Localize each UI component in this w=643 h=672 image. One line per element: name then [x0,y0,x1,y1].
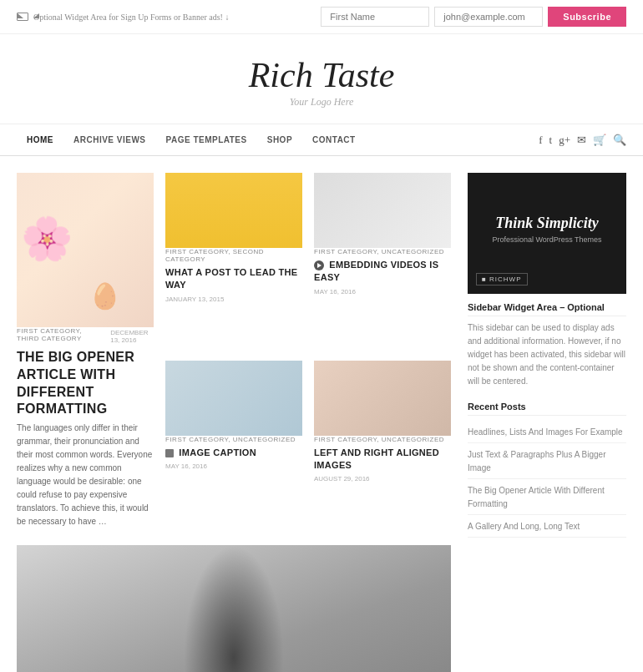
sidebar-ad-brand: ■ RICHWP [476,273,528,285]
grid-post-4-categories: FIRST CATEGORY, UNCATEGORIZED [314,436,451,443]
image-icon [165,449,174,457]
twitter-icon[interactable]: t [549,134,553,147]
subscribe-button[interactable]: Subscribe [548,7,626,27]
list-item: Just Text & Paragraphs Plus A Bigger Ima… [468,443,626,479]
firstname-input[interactable] [321,7,429,27]
grid-post-1-date: JANUARY 13, 2015 [165,296,302,303]
featured-post-image [17,173,154,327]
grid-post-4-image [314,361,451,436]
featured-post-excerpt: The languages only differ in their gramm… [17,422,154,528]
site-header: Rich Taste Your Logo Here [0,34,643,124]
featured-post-date: DECEMBER 13, 2016 [110,329,154,344]
googleplus-icon[interactable]: g+ [559,134,570,147]
nav-contact[interactable]: CONTACT [302,124,366,156]
grid-post-2: FIRST CATEGORY, UNCATEGORIZED EMBEDDING … [314,173,451,349]
sidebar-widget: Sidebar Widget Area – Optional This side… [468,302,626,388]
recent-posts-list: Headlines, Lists And Images For Example … [468,421,626,538]
list-item: A Gallery And Long, Long Text [468,515,626,538]
sidebar: Think Simplicity Professional WordPress … [468,173,626,672]
top-grid: FIRST CATEGORY, THIRD CATEGORY DECEMBER … [17,173,451,528]
nav-archive-views[interactable]: ARCHIVE VIEWS [63,124,156,156]
nav-page-templates[interactable]: PAGE TEMPLATES [156,124,257,156]
grid-post-1: FIRST CATEGORY, SECOND CATEGORY WHAT A P… [165,173,302,349]
sidebar-ad[interactable]: Think Simplicity Professional WordPress … [468,173,626,294]
site-tagline: Your Logo Here [17,96,626,109]
bottom-post-image [17,545,451,672]
recent-post-link-2[interactable]: Just Text & Paragraphs Plus A Bigger Ima… [468,450,605,472]
navigation: HOME ARCHIVE VIEWS PAGE TEMPLATES SHOP C… [0,124,643,156]
grid-post-3-categories: FIRST CATEGORY, UNCATEGORIZED [165,436,302,443]
recent-post-link-3[interactable]: The Big Opener Article With Different Fo… [468,486,605,508]
grid-post-2-date: MAY 16, 2016 [314,288,451,296]
grid-post-3-date: MAY 16, 2016 [165,462,302,470]
search-icon[interactable]: 🔍 [613,134,626,147]
grid-post-1-image [165,173,302,248]
featured-post-categories: FIRST CATEGORY, THIRD CATEGORY [17,327,104,342]
sidebar-ad-subtitle: Professional WordPress Themes [492,235,601,244]
sidebar-ad-title: Think Simplicity [495,215,599,232]
grid-post-1-categories: FIRST CATEGORY, SECOND CATEGORY [165,248,302,263]
nav-home[interactable]: HOME [17,124,63,156]
grid-post-2-image [314,173,451,248]
top-bar-inputs: Subscribe [321,7,626,27]
main-content: FIRST CATEGORY, THIRD CATEGORY DECEMBER … [0,156,643,672]
top-bar-description: Optional Widget Area for Sign Up Forms o… [33,13,229,22]
list-item: Headlines, Lists And Images For Example [468,421,626,443]
email-input[interactable] [434,7,543,27]
bottom-post: FIRST CATEGORY, UNCATEGORIZED MARCH 13, … [17,545,451,672]
email-social-icon[interactable]: ✉ [577,134,586,147]
recent-posts-title: Recent Posts [468,402,626,416]
nav-shop[interactable]: SHOP [257,124,302,156]
list-item: The Big Opener Article With Different Fo… [468,479,626,515]
grid-post-4-title[interactable]: LEFT AND RIGHT ALIGNED IMAGES [314,447,451,472]
sidebar-widget-text: This sidebar can be used to display ads … [468,321,626,388]
grid-post-3-image [165,361,302,436]
cart-icon[interactable]: 🛒 [593,134,606,147]
nav-social: f t g+ ✉ 🛒 🔍 [539,134,626,147]
grid-post-2-title[interactable]: EMBEDDING VIDEOS IS EASY [314,259,451,285]
content-left: FIRST CATEGORY, THIRD CATEGORY DECEMBER … [17,173,451,672]
recent-post-link-1[interactable]: Headlines, Lists And Images For Example [468,427,623,437]
grid-post-3-title[interactable]: IMAGE CAPTION [165,447,302,459]
site-title: Rich Taste [17,58,626,93]
recent-posts-widget: Recent Posts Headlines, Lists And Images… [468,402,626,538]
top-bar: Optional Widget Area for Sign Up Forms o… [0,0,643,34]
grid-post-3: FIRST CATEGORY, UNCATEGORIZED IMAGE CAPT… [165,361,302,529]
email-icon [17,13,28,21]
featured-post: FIRST CATEGORY, THIRD CATEGORY DECEMBER … [17,173,154,528]
sidebar-widget-title: Sidebar Widget Area – Optional [468,302,626,316]
featured-post-title[interactable]: THE BIG OPENER ARTICLE WITH DIFFERENT FO… [17,349,154,418]
grid-post-4-date: AUGUST 29, 2016 [314,475,451,483]
grid-post-2-categories: FIRST CATEGORY, UNCATEGORIZED [314,248,451,255]
top-bar-left: Optional Widget Area for Sign Up Forms o… [17,13,312,22]
nav-links: HOME ARCHIVE VIEWS PAGE TEMPLATES SHOP C… [17,124,539,156]
grid-post-1-title[interactable]: WHAT A POST TO LEAD THE WAY [165,266,302,292]
video-icon [314,260,324,270]
facebook-icon[interactable]: f [539,134,542,147]
recent-post-link-4[interactable]: A Gallery And Long, Long Text [468,522,580,531]
grid-post-4: FIRST CATEGORY, UNCATEGORIZED LEFT AND R… [314,361,451,529]
